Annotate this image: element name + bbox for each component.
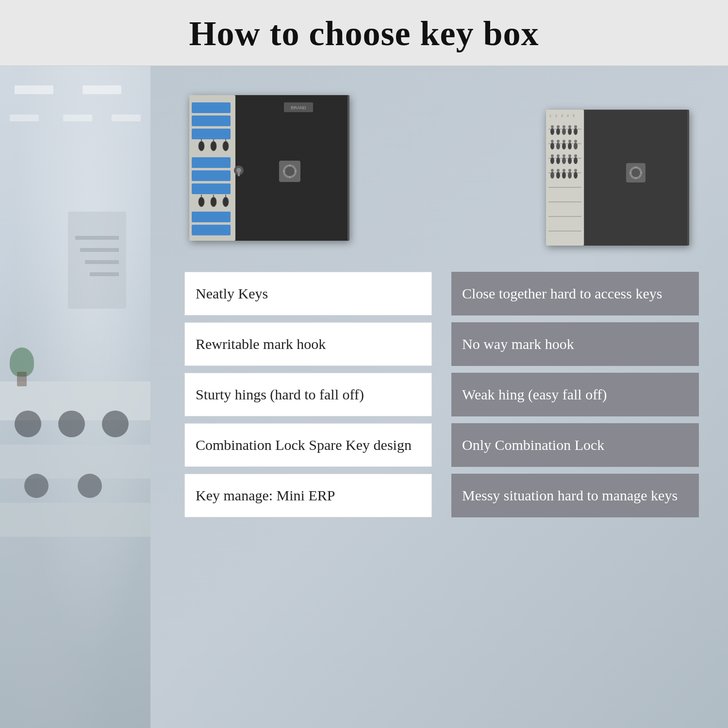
svg-rect-6 (192, 116, 231, 126)
ceiling-light-5 (112, 115, 141, 121)
svg-point-83 (557, 169, 560, 172)
stair-step-4 (90, 272, 119, 276)
feature-good-3: Sturty hings (hard to fall off) (184, 373, 432, 416)
feature-good-5: Key manage: Mini ERP (184, 474, 432, 517)
competitor-key-box-svg: 1 2 3 4 5 (544, 105, 699, 250)
feature-bad-5: Messy situation hard to manage keys (451, 474, 699, 517)
svg-point-55 (563, 125, 565, 128)
main-content: BRAND (0, 66, 728, 728)
feature-bad-1: Close together hard to access keys (451, 272, 699, 315)
svg-rect-16 (192, 183, 231, 194)
svg-point-18 (211, 197, 216, 207)
ceiling-light-1 (15, 85, 53, 94)
svg-point-62 (550, 143, 554, 149)
svg-point-82 (550, 172, 554, 179)
good-key-box: BRAND (184, 85, 359, 252)
svg-point-79 (574, 154, 577, 157)
good-key-box-svg: BRAND (184, 85, 359, 250)
plant-pot (17, 372, 27, 386)
svg-rect-7 (192, 129, 231, 139)
ceiling-light-2 (83, 85, 121, 94)
svg-rect-15 (192, 170, 231, 181)
chair-4 (24, 474, 49, 498)
desk-2 (0, 445, 150, 479)
svg-point-59 (574, 125, 577, 128)
feature-good-2: Rewritable mark hook (184, 322, 432, 366)
page-title: How to choose key box (0, 14, 728, 54)
svg-point-51 (551, 125, 554, 128)
svg-point-63 (557, 140, 560, 143)
svg-point-54 (556, 128, 560, 135)
svg-text:BRAND: BRAND (291, 105, 306, 110)
svg-point-72 (550, 157, 554, 164)
svg-point-68 (568, 143, 572, 149)
office-background (0, 66, 150, 728)
ceiling-light-4 (63, 115, 92, 121)
svg-point-84 (556, 172, 560, 179)
svg-rect-5 (192, 102, 231, 113)
svg-text:2: 2 (555, 114, 557, 117)
stair-step-2 (80, 248, 119, 252)
header: How to choose key box (0, 0, 728, 66)
feature-good-1: Neatly Keys (184, 272, 432, 315)
svg-rect-14 (192, 157, 231, 168)
chair-1 (15, 411, 41, 437)
svg-point-19 (223, 197, 229, 207)
svg-point-73 (557, 154, 560, 157)
svg-point-80 (574, 157, 578, 164)
feature-good-4: Combination Lock Spare Key design (184, 423, 432, 467)
svg-rect-3 (347, 95, 349, 241)
svg-point-76 (562, 157, 566, 164)
svg-text:4: 4 (567, 114, 569, 117)
right-panel: BRAND (150, 66, 728, 728)
svg-point-30 (285, 166, 295, 176)
feature-bad-4: Only Combination Lock (451, 423, 699, 467)
svg-point-67 (568, 140, 571, 143)
svg-point-61 (551, 140, 554, 143)
svg-point-88 (568, 172, 572, 179)
stair-step-3 (85, 260, 119, 264)
page-wrapper: How to choose key box (0, 0, 728, 728)
svg-point-71 (551, 154, 554, 157)
ceiling-light-3 (10, 115, 39, 121)
svg-text:1: 1 (549, 114, 551, 117)
chair-2 (58, 411, 85, 437)
svg-rect-24 (192, 225, 231, 235)
svg-point-53 (557, 125, 560, 128)
key-boxes-row: BRAND (180, 85, 704, 252)
svg-point-81 (551, 169, 554, 172)
svg-point-87 (568, 169, 571, 172)
feature-bad-3: Weak hing (easy fall off) (451, 373, 699, 416)
comparison-grid: Neatly Keys Close together hard to acces… (180, 272, 704, 517)
svg-point-89 (574, 169, 577, 172)
svg-point-65 (563, 140, 565, 143)
svg-point-86 (562, 172, 566, 179)
svg-point-60 (574, 128, 578, 135)
svg-point-57 (568, 125, 571, 128)
svg-point-93 (631, 168, 640, 177)
svg-point-10 (223, 141, 229, 151)
svg-point-85 (563, 169, 565, 172)
svg-point-58 (568, 128, 572, 135)
svg-point-70 (574, 143, 578, 149)
svg-point-77 (568, 154, 571, 157)
svg-point-66 (562, 143, 566, 149)
stair-step-1 (75, 236, 119, 240)
svg-rect-41 (687, 110, 689, 246)
svg-point-8 (199, 141, 204, 151)
svg-point-74 (556, 157, 560, 164)
svg-point-52 (550, 128, 554, 135)
chair-3 (102, 411, 129, 437)
svg-point-17 (199, 197, 204, 207)
svg-rect-27 (238, 170, 240, 176)
feature-bad-2: No way mark hook (451, 322, 699, 366)
svg-rect-23 (192, 212, 231, 222)
svg-point-78 (568, 157, 572, 164)
competitor-key-box: 1 2 3 4 5 (544, 105, 699, 252)
svg-point-9 (211, 141, 216, 151)
svg-point-56 (562, 128, 566, 135)
svg-point-69 (574, 140, 577, 143)
svg-text:3: 3 (561, 114, 563, 117)
desk-3 (0, 503, 150, 537)
svg-point-64 (556, 143, 560, 149)
